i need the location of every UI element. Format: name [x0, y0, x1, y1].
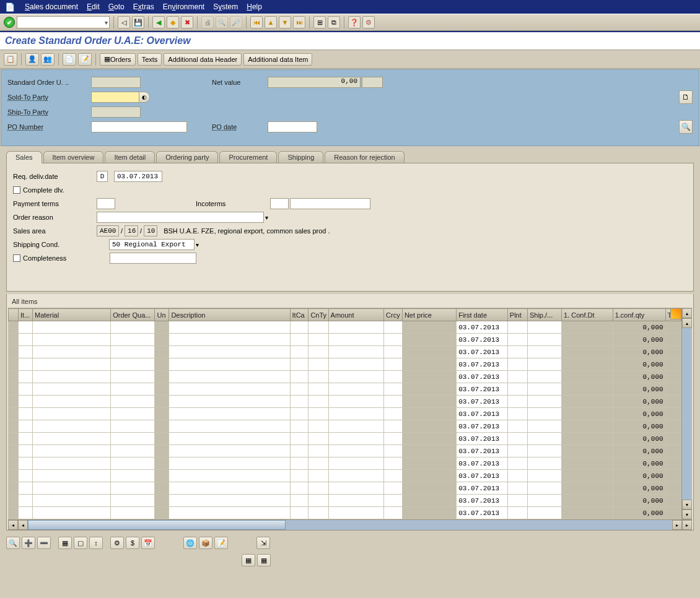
- dropdown-icon[interactable]: ▾: [195, 241, 199, 248]
- col-header[interactable]: CnTy: [308, 309, 328, 321]
- tab-procurement[interactable]: Procurement: [219, 151, 277, 163]
- scroll-left-icon[interactable]: ◂: [8, 520, 18, 530]
- req-deliv-date-field[interactable]: 03.07.2013: [114, 171, 162, 182]
- table-row[interactable]: 03.07.20130,000: [9, 507, 681, 519]
- additional-data-header-button[interactable]: Additional data Header: [164, 53, 242, 66]
- menu-environment[interactable]: Environment: [163, 2, 204, 11]
- find-icon[interactable]: 🔍: [216, 16, 228, 28]
- table-row[interactable]: 03.07.20130,000: [9, 408, 681, 420]
- header-detail-icon[interactable]: 👤: [25, 53, 39, 66]
- table-row[interactable]: 03.07.20130,000: [9, 371, 681, 383]
- incoterms2-field[interactable]: [290, 198, 370, 209]
- tab-item-detail[interactable]: Item detail: [105, 151, 155, 163]
- next-page-icon[interactable]: ▼: [279, 16, 291, 28]
- col-header[interactable]: Material: [33, 309, 111, 321]
- create-with-ref-icon[interactable]: 📄: [63, 53, 76, 66]
- incoterms1-field[interactable]: [270, 198, 289, 209]
- global-icon[interactable]: 🌐: [183, 537, 197, 549]
- col-header[interactable]: ItCa: [290, 309, 308, 321]
- text-icon[interactable]: 📝: [78, 53, 92, 66]
- table-row[interactable]: 03.07.20130,000: [9, 346, 681, 358]
- partner-icon[interactable]: 👥: [41, 53, 55, 66]
- po-search-icon[interactable]: 🔍: [679, 120, 693, 134]
- menu-sales-document[interactable]: Sales document: [25, 2, 78, 11]
- batch-icon[interactable]: ▦: [257, 554, 271, 566]
- ship-to-party-field[interactable]: [91, 106, 141, 118]
- search-help-icon[interactable]: ◐: [139, 92, 150, 103]
- col-header[interactable]: Order Qua...: [111, 309, 155, 321]
- prev-page-icon[interactable]: ▲: [265, 16, 277, 28]
- shortcut-icon[interactable]: ⧉: [328, 16, 340, 28]
- sort-icon[interactable]: ↕: [89, 537, 103, 549]
- req-deliv-type-field[interactable]: D: [97, 171, 108, 182]
- table-row[interactable]: 03.07.20130,000: [9, 482, 681, 495]
- pricing-icon[interactable]: $: [126, 537, 139, 549]
- back-icon[interactable]: ◀: [152, 16, 165, 28]
- table-row[interactable]: 03.07.20130,000: [9, 383, 681, 396]
- col-header[interactable]: 1.conf.qty: [613, 309, 665, 321]
- export-icon[interactable]: ⇲: [256, 537, 270, 549]
- col-header[interactable]: It...: [19, 309, 33, 321]
- horizontal-scrollbar[interactable]: ◂ ◂ ▸ ▸: [8, 519, 692, 530]
- menu-help[interactable]: Help: [247, 2, 262, 11]
- completeness-field[interactable]: [110, 253, 196, 264]
- new-session-icon[interactable]: ⊞: [313, 16, 326, 28]
- col-header[interactable]: 1. Conf.Dt: [562, 309, 613, 321]
- table-row[interactable]: 03.07.20130,000: [9, 445, 681, 457]
- items-grid[interactable]: It...MaterialOrder Qua...UnDescriptionIt…: [8, 308, 681, 519]
- nav-back-icon[interactable]: ◁: [118, 16, 130, 28]
- print-icon[interactable]: 🖨: [201, 16, 214, 28]
- layout-icon[interactable]: ⚙: [362, 16, 375, 28]
- table-row[interactable]: 03.07.20130,000: [9, 321, 681, 334]
- deselect-all-icon[interactable]: ▢: [74, 537, 87, 549]
- table-row[interactable]: 03.07.20130,000: [9, 420, 681, 433]
- command-field[interactable]: ▾: [17, 16, 110, 28]
- find-next-icon[interactable]: 🔎: [230, 16, 242, 28]
- order-reason-field[interactable]: [97, 212, 264, 223]
- config-icon[interactable]: ⚙: [110, 537, 124, 549]
- table-row[interactable]: 03.07.20130,000: [9, 334, 681, 346]
- exit-icon[interactable]: ◆: [167, 16, 179, 28]
- scroll-left-icon[interactable]: ◂: [18, 520, 28, 530]
- po-date-field[interactable]: [268, 121, 317, 132]
- orders-button[interactable]: ▦ Orders: [100, 53, 136, 66]
- detail-icon[interactable]: 🔍: [6, 537, 20, 549]
- last-page-icon[interactable]: ⏭: [293, 16, 305, 28]
- additional-data-item-button[interactable]: Additional data Item: [243, 53, 312, 66]
- scroll-down-icon[interactable]: ▾: [682, 509, 692, 519]
- select-all-icon[interactable]: ▦: [58, 537, 72, 549]
- col-header[interactable]: Plnt: [507, 309, 527, 321]
- standard-order-field[interactable]: [91, 77, 141, 88]
- col-header[interactable]: Amount: [328, 309, 384, 321]
- scroll-right-icon[interactable]: ▸: [672, 520, 682, 530]
- menu-edit[interactable]: Edit: [87, 2, 100, 11]
- po-number-field[interactable]: [91, 121, 187, 132]
- col-header[interactable]: Crcy: [384, 309, 403, 321]
- shipping-cond-field[interactable]: 50 Regional Export: [109, 239, 195, 250]
- delete-row-icon[interactable]: ➖: [37, 537, 51, 549]
- table-row[interactable]: 03.07.20130,000: [9, 495, 681, 507]
- col-header[interactable]: Ship./...: [527, 309, 561, 321]
- scroll-down-icon[interactable]: ▾: [682, 500, 692, 509]
- table-row[interactable]: 03.07.20130,000: [9, 433, 681, 445]
- tab-ordering-party[interactable]: Ordering party: [156, 151, 218, 163]
- address-icon[interactable]: 🗋: [679, 90, 693, 104]
- insert-row-icon[interactable]: ➕: [22, 537, 35, 549]
- stock-icon[interactable]: 📦: [199, 537, 212, 549]
- col-header[interactable]: Description: [169, 309, 290, 321]
- display-doc-icon[interactable]: 📋: [4, 53, 17, 66]
- table-row[interactable]: 03.07.20130,000: [9, 457, 681, 470]
- vertical-scrollbar[interactable]: ▴ ▴ ▾ ▾: [681, 308, 692, 519]
- enter-icon[interactable]: ✔: [4, 17, 15, 28]
- dropdown-icon[interactable]: ▾: [264, 214, 268, 221]
- schedule-icon[interactable]: 📅: [141, 537, 155, 549]
- scroll-up-icon[interactable]: ▴: [682, 318, 692, 328]
- text-edit-icon[interactable]: 📝: [214, 537, 228, 549]
- sold-to-party-field[interactable]: [91, 92, 139, 103]
- complete-dlv-checkbox[interactable]: [13, 186, 20, 194]
- col-header[interactable]: Net price: [402, 309, 456, 321]
- first-page-icon[interactable]: ⏮: [250, 16, 263, 28]
- table-row[interactable]: 03.07.20130,000: [9, 396, 681, 408]
- tab-shipping[interactable]: Shipping: [278, 151, 323, 163]
- menu-system[interactable]: System: [213, 2, 238, 11]
